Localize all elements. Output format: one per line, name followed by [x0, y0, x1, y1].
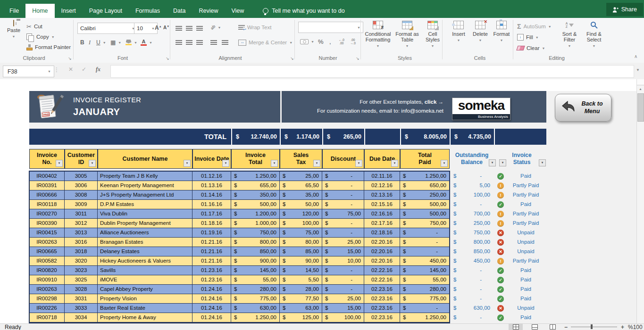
- cell-invoice-status[interactable]: Paid: [505, 172, 546, 181]
- cell-outstanding-balance[interactable]: $800,00: [450, 238, 494, 247]
- confirm-entry-icon[interactable]: ✓: [78, 66, 90, 73]
- cell-date[interactable]: 01.23.16: [192, 275, 231, 285]
- cell-name[interactable]: Savills: [98, 266, 192, 275]
- cell-tax[interactable]: $50,00: [280, 200, 322, 209]
- cell-outstanding-balance[interactable]: $250,00: [450, 219, 494, 228]
- cell-total[interactable]: $800,00: [231, 238, 280, 247]
- vertical-scrollbar-thumb[interactable]: [637, 93, 644, 122]
- cell-date[interactable]: 01.12.16: [192, 172, 231, 181]
- cell-date[interactable]: 01.19.16: [192, 228, 231, 238]
- zoom-in-button[interactable]: +: [621, 324, 624, 330]
- tab-formulas[interactable]: Formulas: [129, 4, 167, 18]
- cell-id[interactable]: 3008: [65, 190, 98, 200]
- cell-disc[interactable]: $-: [322, 200, 364, 209]
- cell-date[interactable]: 01.13.16: [192, 181, 231, 190]
- tab-home[interactable]: Home: [25, 4, 54, 18]
- cell-paid[interactable]: $280,00: [400, 285, 450, 294]
- cell-date[interactable]: 01.18.16: [192, 219, 231, 228]
- cell-outstanding-balance[interactable]: $100,00: [450, 190, 494, 200]
- cell-total[interactable]: $655,00: [231, 181, 280, 190]
- cell-outstanding-balance[interactable]: $-: [450, 172, 494, 181]
- cell-id[interactable]: 3005: [65, 172, 98, 181]
- tell-me-box[interactable]: Tell me what you want to do: [263, 4, 344, 18]
- cell-invoice-status[interactable]: Unpaid: [505, 247, 546, 256]
- cell-id[interactable]: 3009: [65, 200, 98, 209]
- cell-tax[interactable]: $35,00: [280, 190, 322, 200]
- header-total-paid[interactable]: Total Paid▼: [400, 149, 450, 169]
- cell-outstanding-balance[interactable]: $850,00: [450, 247, 494, 256]
- cell-disc[interactable]: $-: [322, 228, 364, 238]
- find-select-button[interactable]: Find & Select▼: [582, 20, 606, 49]
- cell-paid[interactable]: $500,00: [400, 209, 450, 219]
- zoom-out-button[interactable]: −: [564, 324, 568, 330]
- cell-date[interactable]: 01.21.16: [192, 256, 231, 266]
- filter-dropdown[interactable]: ▼: [441, 160, 448, 167]
- filter-dropdown[interactable]: ▼: [489, 159, 496, 166]
- cell-paid[interactable]: $-: [400, 238, 450, 247]
- tab-file[interactable]: File: [3, 4, 25, 18]
- cell-no[interactable]: IR00226: [29, 304, 65, 313]
- cell-due[interactable]: 02.22.16: [364, 266, 400, 275]
- cell-due[interactable]: 02.20.16: [364, 256, 400, 266]
- decrease-decimal-button[interactable]: .00 →.0: [350, 37, 356, 46]
- share-button[interactable]: Share: [606, 3, 643, 16]
- cell-id[interactable]: 3013: [65, 228, 98, 238]
- header-invoice-date[interactable]: Invoice Date▼: [192, 149, 231, 169]
- header-due-date[interactable]: Due Date▼: [364, 149, 400, 169]
- cell-id[interactable]: 3023: [65, 266, 98, 275]
- cell-id[interactable]: 3028: [65, 285, 98, 294]
- orientation-button[interactable]: ab▼: [210, 23, 221, 32]
- cell-id[interactable]: 3016: [65, 238, 98, 247]
- cell-paid[interactable]: $450,00: [400, 256, 450, 266]
- cell-due[interactable]: 02.13.16: [364, 190, 400, 200]
- cell-styles-button[interactable]: Cell Styles▼: [422, 20, 443, 49]
- cell-disc[interactable]: $75,00: [322, 209, 364, 219]
- cell-tax[interactable]: $5,50: [280, 275, 322, 285]
- cell-date[interactable]: 01.24.16: [192, 313, 231, 322]
- autosum-button[interactable]: ΣAutoSum▼: [517, 22, 552, 31]
- align-middle-button[interactable]: [186, 24, 192, 33]
- cell-id[interactable]: 3033: [65, 304, 98, 313]
- merge-center-button[interactable]: ↔Merge & Center▼: [238, 38, 293, 47]
- align-left-button[interactable]: [176, 38, 182, 47]
- cell-due[interactable]: 02.11.16: [364, 172, 400, 181]
- cell-invoice-status[interactable]: Paid: [505, 285, 546, 294]
- cell-total[interactable]: $900,00: [231, 256, 280, 266]
- cell-paid[interactable]: $775,00: [400, 294, 450, 304]
- cell-no[interactable]: IR00263: [29, 285, 65, 294]
- cell-due[interactable]: 02.23.16: [364, 313, 400, 322]
- cell-no[interactable]: IR00666: [29, 190, 65, 200]
- cell-paid[interactable]: $250,00: [400, 190, 450, 200]
- cell-paid[interactable]: $-: [400, 228, 450, 238]
- formula-bar-expand-icon[interactable]: ▼: [636, 68, 640, 72]
- fill-color-button[interactable]: ▼: [125, 38, 137, 47]
- cell-total[interactable]: $500,00: [231, 200, 280, 209]
- cell-total[interactable]: $55,00: [231, 275, 280, 285]
- cell-date[interactable]: 01.24.16: [192, 285, 231, 294]
- cell-name[interactable]: Baxter Real Estate: [98, 304, 192, 313]
- cell-total[interactable]: $775,00: [231, 294, 280, 304]
- number-format-combo[interactable]: ▼: [298, 22, 363, 33]
- cell-no[interactable]: IR00263: [29, 238, 65, 247]
- cell-tax[interactable]: $65,50: [280, 181, 322, 190]
- cell-paid[interactable]: $650,00: [400, 181, 450, 190]
- cell-due[interactable]: 02.20.16: [364, 238, 400, 247]
- cell-no[interactable]: IR00402: [29, 172, 65, 181]
- cell-due[interactable]: 02.18.16: [364, 228, 400, 238]
- conditional-formatting-button[interactable]: Conditional Formatting▼: [364, 20, 392, 49]
- cell-no[interactable]: IR00118: [29, 200, 65, 209]
- zoom-level-label[interactable]: %100: [628, 324, 643, 330]
- cell-id[interactable]: 3020: [65, 256, 98, 266]
- cell-name[interactable]: Alliance Auctioneers: [98, 228, 192, 238]
- filter-dropdown[interactable]: ▼: [184, 160, 191, 167]
- cell-tax[interactable]: $14,50: [280, 266, 322, 275]
- cell-disc[interactable]: $-: [322, 172, 364, 181]
- format-painter-button[interactable]: Format Painter: [26, 42, 71, 52]
- cell-due[interactable]: 02.23.16: [364, 304, 400, 313]
- cell-name[interactable]: Viva Dublin: [98, 209, 192, 219]
- cell-no[interactable]: IR00910: [29, 275, 65, 285]
- cell-tax[interactable]: $63,00: [280, 304, 322, 313]
- decrease-font-button[interactable]: A▼: [163, 23, 169, 33]
- cell-total[interactable]: $630,00: [231, 304, 280, 313]
- cell-outstanding-balance[interactable]: $630,00: [450, 304, 494, 313]
